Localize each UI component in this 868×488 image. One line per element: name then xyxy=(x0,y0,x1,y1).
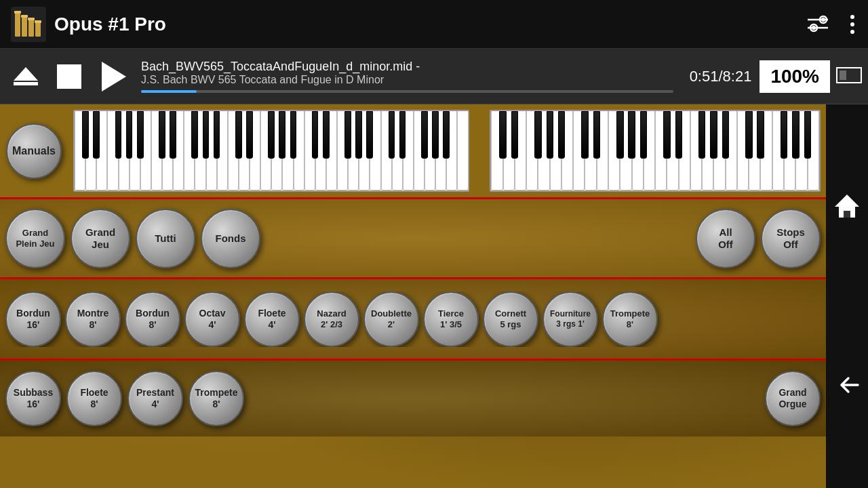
svg-rect-4 xyxy=(35,22,41,37)
svg-rect-5 xyxy=(14,11,21,14)
all-off-button[interactable]: AllOff xyxy=(696,209,755,268)
content-area: Manuals xyxy=(0,104,826,488)
settings-sliders-icon[interactable] xyxy=(804,14,831,35)
grand-plein-jeu-button[interactable]: GrandPlein Jeu xyxy=(5,209,65,268)
more-dots-icon[interactable] xyxy=(848,12,857,37)
app-title: Opus #1 Pro xyxy=(54,14,804,35)
trompete-8-pedal-button[interactable]: Trompete8' xyxy=(189,371,244,426)
header-icons xyxy=(804,12,857,37)
progress-fill xyxy=(141,90,197,93)
nazard-button[interactable]: Nazard2' 2/3 xyxy=(304,291,359,347)
manual-stop-buttons: Bordun16' Montre8' Bordun8' Octav4' Floe… xyxy=(0,291,826,347)
left-keyboard[interactable] xyxy=(73,110,469,192)
trompete-8-button[interactable]: Trompete8' xyxy=(602,291,658,347)
svg-rect-6 xyxy=(21,15,28,18)
back-button[interactable] xyxy=(832,371,862,401)
svg-rect-7 xyxy=(28,18,35,20)
transport-controls xyxy=(5,56,133,97)
prestant-4-button[interactable]: Prestant4' xyxy=(127,371,183,426)
floete-4-button[interactable]: Floete4' xyxy=(244,291,300,347)
expand-icon[interactable] xyxy=(835,65,863,88)
doublette-button[interactable]: Doublette2' xyxy=(363,291,419,347)
grand-orgue-button-container: GrandOrgue xyxy=(765,371,826,426)
right-keyboard[interactable] xyxy=(490,110,821,192)
svg-rect-3 xyxy=(28,19,34,37)
eject-button[interactable] xyxy=(5,56,46,97)
svg-rect-1 xyxy=(15,12,20,37)
app-icon xyxy=(11,7,46,42)
svg-rect-16 xyxy=(840,70,846,80)
grand-orgue-button[interactable]: GrandOrgue xyxy=(765,371,821,426)
fourniture-button[interactable]: Fourniture3 rgs 1' xyxy=(542,291,598,347)
all-stops-buttons: AllOff StopsOff xyxy=(696,209,826,268)
volume-display[interactable]: 100% xyxy=(760,60,830,93)
back-arrow-icon xyxy=(832,371,862,399)
bordun-16-button[interactable]: Bordun16' xyxy=(5,291,61,347)
manuals-button[interactable]: Manuals xyxy=(6,123,62,179)
manual-stops-row: Bordun16' Montre8' Bordun8' Octav4' Floe… xyxy=(0,279,826,361)
svg-marker-17 xyxy=(835,195,859,207)
song-info: Bach_BWV565_ToccataAndFugueIn_d_minor.mi… xyxy=(133,60,682,93)
stop-button[interactable] xyxy=(49,56,90,97)
main-area: Manuals xyxy=(0,104,868,488)
subbass-16-button[interactable]: Subbass16' xyxy=(5,371,61,426)
octav-4-button[interactable]: Octav4' xyxy=(184,291,240,347)
pedal-stop-buttons: Subbass16' Floete8' Prestant4' Trompete8… xyxy=(0,371,765,426)
app-header: Opus #1 Pro xyxy=(0,0,868,49)
stops-off-button[interactable]: StopsOff xyxy=(761,209,821,268)
keyboard-section: Manuals xyxy=(0,104,826,199)
presets-row: GrandPlein Jeu GrandJeu Tutti Fonds AllO… xyxy=(0,199,826,279)
svg-point-14 xyxy=(812,26,816,30)
svg-point-11 xyxy=(821,18,825,22)
keyboards-container xyxy=(68,110,826,192)
manuals-button-container: Manuals xyxy=(0,110,68,192)
fonds-button[interactable]: Fonds xyxy=(201,209,260,268)
time-display: 0:51/8:21 xyxy=(682,68,760,85)
play-button[interactable] xyxy=(92,56,133,97)
tutti-button[interactable]: Tutti xyxy=(136,209,195,268)
transport-bar: Bach_BWV565_ToccataAndFugueIn_d_minor.mi… xyxy=(0,49,868,104)
right-nav xyxy=(826,104,868,488)
grand-jeu-button[interactable]: GrandJeu xyxy=(71,209,130,268)
preset-buttons: GrandPlein Jeu GrandJeu Tutti Fonds xyxy=(0,209,696,268)
tierce-button[interactable]: Tierce1' 3/5 xyxy=(423,291,479,347)
svg-rect-2 xyxy=(22,16,27,37)
home-icon xyxy=(832,192,862,219)
progress-bar[interactable] xyxy=(141,90,673,93)
pedal-stops-row: Subbass16' Floete8' Prestant4' Trompete8… xyxy=(0,361,826,436)
song-filename: Bach_BWV565_ToccataAndFugueIn_d_minor.mi… xyxy=(141,60,673,74)
montre-8-button[interactable]: Montre8' xyxy=(65,291,121,347)
home-button[interactable] xyxy=(832,192,862,219)
song-name: J.S. Bach BWV 565 Toccata and Fugue in D… xyxy=(141,74,673,86)
floete-8-button[interactable]: Floete8' xyxy=(66,371,122,426)
svg-rect-8 xyxy=(35,20,41,23)
svg-rect-19 xyxy=(844,211,850,218)
cornett-button[interactable]: Cornett5 rgs xyxy=(483,291,538,347)
bordun-8-button[interactable]: Bordun8' xyxy=(125,291,180,347)
